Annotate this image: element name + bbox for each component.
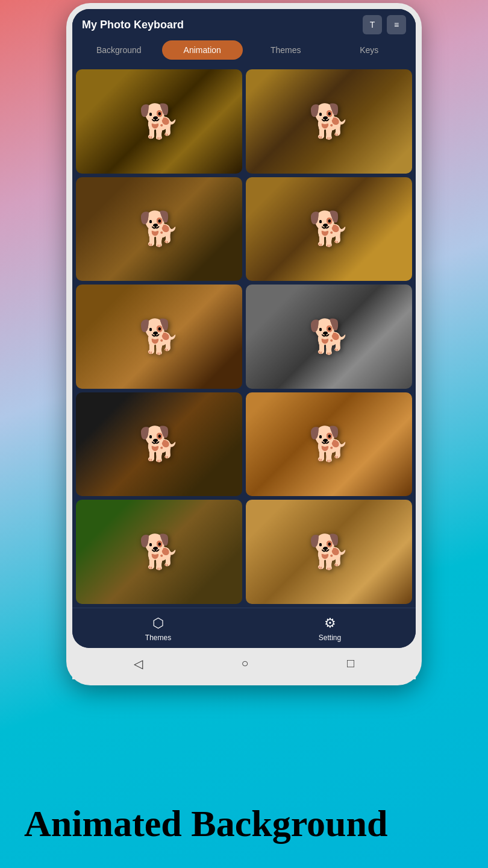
tab-keys[interactable]: Keys xyxy=(329,40,410,60)
tabs-bar: Background Animation Themes Keys xyxy=(72,40,416,66)
nav-item-themes[interactable]: ⬡ Themes xyxy=(72,608,244,648)
menu-button[interactable]: ≡ xyxy=(387,15,406,34)
tab-animation[interactable]: Animation xyxy=(162,40,243,60)
list-item[interactable]: 🐕 xyxy=(246,285,412,389)
bottom-nav: ⬡ Themes ⚙ Setting xyxy=(72,608,416,648)
app-header: My Photo Keyboard T ≡ xyxy=(72,9,416,40)
list-item[interactable]: 🐕 xyxy=(76,285,242,389)
animated-background-title: Animated Background xyxy=(24,803,464,844)
tab-themes[interactable]: Themes xyxy=(245,40,327,60)
list-item[interactable]: 🐕 xyxy=(76,69,242,174)
app-title: My Photo Keyboard xyxy=(82,19,184,31)
phone-wrapper: My Photo Keyboard T ≡ Background Animati… xyxy=(66,0,422,685)
home-button[interactable]: ○ xyxy=(241,656,248,670)
nav-label-setting: Setting xyxy=(319,634,341,642)
phone-nav-bar: ◁ ○ □ xyxy=(72,648,416,679)
phone-screen: My Photo Keyboard T ≡ Background Animati… xyxy=(72,9,416,648)
list-item[interactable]: 🐕 xyxy=(246,177,412,281)
themes-icon: ⬡ xyxy=(152,615,164,631)
list-item[interactable]: 🐕 xyxy=(76,177,242,281)
tab-background[interactable]: Background xyxy=(78,40,160,60)
nav-label-themes: Themes xyxy=(145,634,171,642)
header-icons: T ≡ xyxy=(363,15,406,34)
list-item[interactable]: 🐕 xyxy=(246,392,412,497)
list-item[interactable]: 🐕 xyxy=(246,500,412,604)
list-item[interactable]: 🐕 xyxy=(246,69,412,174)
phone-device: My Photo Keyboard T ≡ Background Animati… xyxy=(66,3,422,685)
settings-icon: ⚙ xyxy=(324,615,336,631)
list-item[interactable]: 🐕 xyxy=(76,392,242,497)
image-grid: 🐕 🐕 🐕 🐕 xyxy=(72,66,416,608)
back-button[interactable]: ◁ xyxy=(134,656,143,671)
footer-area: Animated Background xyxy=(0,803,488,844)
list-item[interactable]: 🐕 xyxy=(76,500,242,604)
text-size-button[interactable]: T xyxy=(363,15,382,34)
nav-item-setting[interactable]: ⚙ Setting xyxy=(244,608,416,648)
recent-button[interactable]: □ xyxy=(347,656,354,670)
